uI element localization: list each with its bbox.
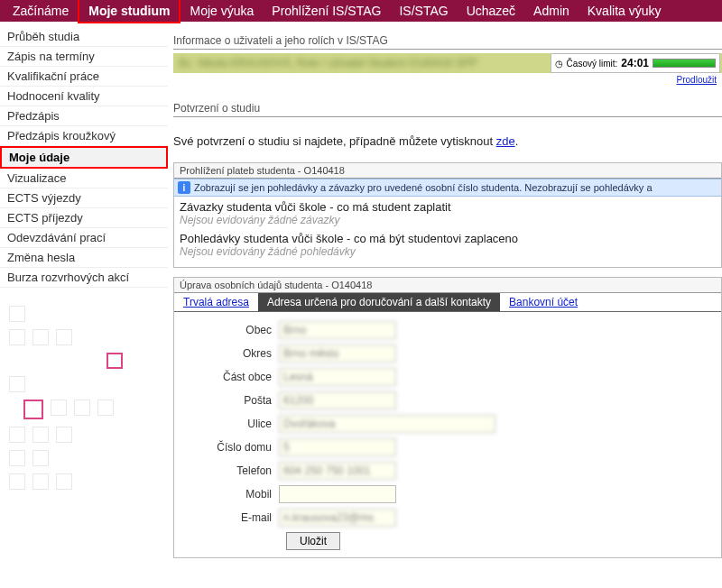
sidebar-item-ects-vyjezdy[interactable]: ECTS výjezdy: [0, 188, 168, 208]
sidebar-item-predzapis[interactable]: Předzápis: [0, 106, 168, 126]
sidebar: Průběh studia Zápis na termíny Kvalifika…: [0, 22, 168, 578]
sidebar-item-moje-udaje[interactable]: Moje údaje: [0, 146, 168, 169]
address-form: Obec Okres Část obce Pošta Ulice: [174, 312, 721, 557]
sidebar-item-prubeh-studia[interactable]: Průběh studia: [0, 27, 168, 47]
label-posta: Pošta: [180, 394, 279, 407]
label-ulice: Ulice: [180, 418, 279, 430]
sidebar-item-burza[interactable]: Burza rozvrhových akcí: [0, 268, 168, 288]
content-area: Informace o uživateli a jeho rolích v IS…: [168, 22, 722, 578]
sidebar-item-zapis-terminy[interactable]: Zápis na termíny: [0, 47, 168, 67]
decoration-squares: [0, 288, 168, 515]
payments-block2-empty: Nejsou evidovány žádné pohledávky: [180, 245, 716, 258]
payments-block1-empty: Nejsou evidovány žádné závazky: [180, 214, 716, 226]
input-okres[interactable]: [279, 345, 396, 363]
label-email: E-mail: [180, 511, 279, 524]
confirmation-link[interactable]: zde: [496, 134, 515, 148]
topnav-kvalita[interactable]: Kvalita výuky: [579, 0, 671, 22]
tab-bankovni-ucet[interactable]: Bankovní účet: [500, 293, 587, 311]
input-mobil[interactable]: [279, 485, 396, 503]
edit-tabs: Trvalá adresa Adresa určená pro doručová…: [174, 293, 721, 312]
userinfo-blurred: Bc. Nikola KRAUSOVÁ, Role / uživatel Stu…: [173, 57, 477, 69]
userinfo-bar: Bc. Nikola KRAUSOVÁ, Role / uživatel Stu…: [173, 53, 722, 73]
userinfo-heading: Informace o uživateli a jeho rolích v IS…: [173, 32, 722, 50]
label-cislo-domu: Číslo domu: [180, 441, 279, 454]
confirmation-text-before: Své potvrzení o studiu si najdete, přípa…: [173, 134, 496, 148]
topnav-moje-vyuka[interactable]: Moje výuka: [180, 0, 263, 22]
topnav-prohlizeni[interactable]: Prohlížení IS/STAG: [263, 0, 390, 22]
sidebar-item-zmena-hesla[interactable]: Změna hesla: [0, 248, 168, 268]
input-email[interactable]: [279, 509, 396, 527]
confirmation-text: Své potvrzení o studiu si najdete, přípa…: [173, 133, 722, 150]
payments-heading: Prohlížení plateb studenta - O140418: [174, 163, 721, 179]
label-obec: Obec: [180, 324, 279, 336]
payments-panel: Prohlížení plateb studenta - O140418 i Z…: [173, 162, 722, 268]
payments-block1-title: Závazky studenta vůči škole - co má stud…: [180, 200, 716, 214]
sidebar-item-vizualizace[interactable]: Vizualizace: [0, 169, 168, 188]
topnav-admin[interactable]: Admin: [524, 0, 579, 22]
input-ulice[interactable]: [279, 415, 495, 433]
info-icon: i: [178, 181, 190, 194]
timer-progress: [653, 59, 716, 68]
payments-info-text: Zobrazují se jen pohledávky a závazky pr…: [194, 182, 653, 193]
timer-label: Časový limit:: [567, 59, 618, 69]
topnav-moje-studium[interactable]: Moje studium: [78, 0, 180, 23]
sidebar-item-odevzdavani-praci[interactable]: Odevzdávání prací: [0, 228, 168, 248]
tab-trvala-adresa[interactable]: Trvalá adresa: [174, 293, 258, 311]
topnav-zaciname[interactable]: Začínáme: [4, 0, 78, 22]
input-cast-obce[interactable]: [279, 368, 396, 386]
sidebar-item-hodnoceni-kvality[interactable]: Hodnocení kvality: [0, 87, 168, 106]
timer-value: 24:01: [621, 57, 649, 69]
session-timer: ◷ Časový limit: 24:01: [551, 53, 720, 73]
input-posta[interactable]: [279, 391, 396, 409]
label-okres: Okres: [180, 347, 279, 360]
payments-block2-title: Pohledávky studenta vůči škole - co má b…: [180, 232, 716, 245]
payments-info-strip: i Zobrazují se jen pohledávky a závazky …: [174, 179, 721, 197]
topnav-uchazec[interactable]: Uchazeč: [458, 0, 524, 22]
input-telefon[interactable]: [279, 462, 396, 480]
sidebar-item-predzapis-krouzkovy[interactable]: Předzápis kroužkový: [0, 126, 168, 146]
label-cast-obce: Část obce: [180, 371, 279, 383]
input-cislo-domu[interactable]: [279, 438, 396, 456]
save-button[interactable]: Uložit: [286, 532, 340, 550]
edit-panel: Úprava osobních údajů studenta - O140418…: [173, 277, 722, 558]
timer-icon: ◷: [555, 59, 563, 69]
extend-session: Prodloužit: [677, 75, 717, 85]
topnav-isstag[interactable]: IS/STAG: [390, 0, 457, 22]
input-obec[interactable]: [279, 321, 396, 339]
confirmation-heading: Potvrzení o studiu: [173, 100, 722, 117]
extend-session-link[interactable]: Prodloužit: [677, 75, 717, 85]
confirmation-text-after: .: [515, 134, 519, 148]
sidebar-item-kvalifikacni-prace[interactable]: Kvalifikační práce: [0, 67, 168, 87]
tab-dorucovaci-adresa[interactable]: Adresa určená pro doručování a další kon…: [258, 293, 500, 311]
top-navigation: Začínáme Moje studium Moje výuka Prohlíž…: [0, 0, 722, 22]
label-telefon: Telefon: [180, 464, 279, 477]
sidebar-item-ects-prijezdy[interactable]: ECTS příjezdy: [0, 208, 168, 228]
label-mobil: Mobil: [180, 488, 279, 501]
edit-heading: Úprava osobních údajů studenta - O140418: [174, 278, 721, 293]
